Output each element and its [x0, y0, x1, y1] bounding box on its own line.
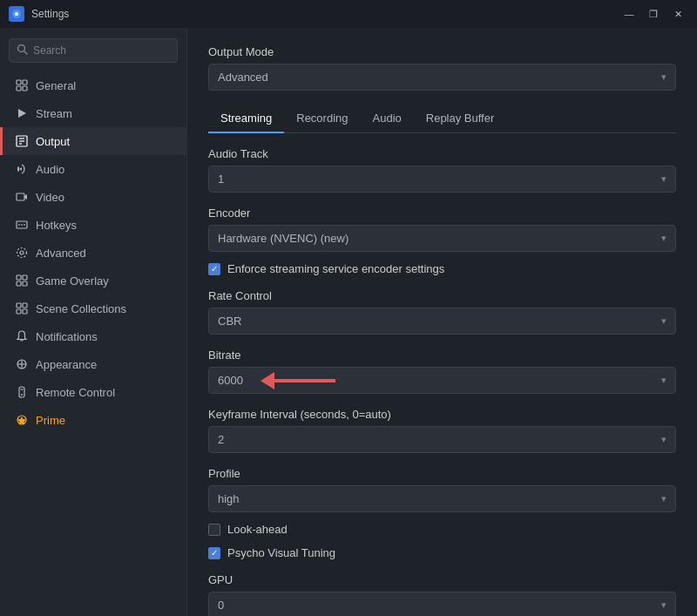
audio-track-chevron: ▾: [661, 173, 667, 185]
window-controls: — ❐ ✕: [619, 5, 688, 23]
svg-point-19: [20, 251, 24, 254]
sidebar-item-advanced-label: Advanced: [36, 247, 86, 260]
svg-rect-5: [23, 80, 27, 85]
minimize-button[interactable]: —: [619, 5, 639, 23]
psycho-row: ✓ Psycho Visual Tuning: [208, 546, 676, 559]
audio-track-value: 1: [218, 173, 224, 186]
video-icon: [15, 190, 29, 204]
svg-marker-8: [18, 109, 26, 118]
arrow-head: [261, 372, 274, 389]
sidebar-item-hotkeys[interactable]: Hotkeys: [0, 211, 186, 239]
svg-point-20: [17, 248, 27, 258]
svg-rect-7: [23, 86, 27, 91]
advanced-icon: [15, 246, 29, 260]
output-mode-select[interactable]: Advanced ▾: [208, 64, 676, 91]
tab-streaming[interactable]: Streaming: [208, 105, 284, 133]
svg-rect-21: [17, 275, 21, 280]
sidebar-item-appearance-label: Appearance: [36, 358, 97, 371]
svg-rect-30: [19, 387, 24, 397]
svg-rect-27: [17, 309, 21, 314]
close-button[interactable]: ✕: [667, 5, 688, 23]
sidebar-item-notifications[interactable]: Notifications: [0, 322, 186, 350]
sidebar-item-appearance[interactable]: Appearance: [0, 350, 186, 378]
sidebar-item-game-overlay[interactable]: Game Overlay: [0, 267, 186, 294]
scene-collections-icon: [15, 301, 29, 315]
rate-control-label: Rate Control: [208, 289, 676, 302]
svg-point-31: [21, 394, 23, 396]
sidebar-item-general[interactable]: General: [0, 71, 186, 99]
sidebar-item-remote-control-label: Remote Control: [36, 386, 115, 399]
sidebar-item-audio[interactable]: Audio: [0, 155, 186, 183]
keyframe-select[interactable]: 2 ▾: [208, 426, 676, 453]
audio-icon: [15, 162, 29, 176]
profile-label: Profile: [208, 467, 676, 480]
audio-track-select[interactable]: 1 ▾: [208, 166, 676, 193]
rate-control-value: CBR: [218, 315, 241, 328]
enforce-label: Enforce streaming service encoder settin…: [227, 262, 444, 275]
svg-rect-13: [17, 193, 24, 200]
bitrate-label: Bitrate: [208, 349, 676, 362]
enforce-checkbox[interactable]: ✓: [208, 263, 220, 275]
search-box[interactable]: [9, 38, 178, 63]
tab-recording[interactable]: Recording: [284, 105, 360, 133]
sidebar-item-output-label: Output: [36, 135, 70, 148]
arrow-annotation: [261, 372, 335, 389]
sidebar-item-advanced[interactable]: Advanced: [0, 239, 186, 267]
sidebar-item-game-overlay-label: Game Overlay: [36, 274, 109, 288]
psycho-checkbox[interactable]: ✓: [208, 547, 220, 559]
profile-select[interactable]: high ▾: [208, 485, 676, 512]
sidebar-item-remote-control[interactable]: Remote Control: [0, 378, 186, 406]
sidebar-item-output[interactable]: Output: [0, 127, 186, 155]
app-icon: [9, 6, 24, 22]
prime-icon: [15, 413, 29, 427]
look-ahead-label: Look-ahead: [227, 523, 288, 536]
game-overlay-icon: [15, 274, 29, 288]
remote-control-icon: [15, 385, 29, 399]
sidebar-item-prime[interactable]: Prime: [0, 406, 186, 434]
sidebar-item-scene-collections-label: Scene Collections: [36, 302, 126, 315]
sidebar: General Stream Output: [0, 28, 187, 616]
encoder-label: Encoder: [208, 206, 676, 220]
content-area: Output Mode Advanced ▾ Streaming Recordi…: [187, 28, 697, 616]
svg-rect-24: [23, 281, 27, 286]
profile-value: high: [218, 492, 240, 505]
tab-replay-buffer[interactable]: Replay Buffer: [414, 105, 507, 133]
encoder-value: Hardware (NVENC) (new): [218, 232, 348, 245]
sidebar-item-stream[interactable]: Stream: [0, 99, 186, 127]
sidebar-item-video-label: Video: [36, 191, 64, 204]
output-mode-chevron: ▾: [661, 71, 667, 83]
psycho-label: Psycho Visual Tuning: [227, 546, 335, 559]
look-ahead-row: Look-ahead: [208, 523, 676, 536]
appearance-icon: [15, 357, 29, 371]
look-ahead-checkbox[interactable]: [208, 524, 220, 536]
encoder-chevron: ▾: [661, 233, 667, 244]
audio-track-label: Audio Track: [208, 147, 676, 160]
gpu-label: GPU: [208, 573, 676, 586]
enforce-row: ✓ Enforce streaming service encoder sett…: [208, 262, 676, 275]
arrow-body: [274, 379, 335, 382]
sidebar-item-stream-label: Stream: [36, 107, 72, 120]
tab-audio[interactable]: Audio: [361, 105, 414, 133]
output-mode-value: Advanced: [218, 71, 268, 84]
title-bar: Settings — ❐ ✕: [0, 0, 697, 28]
notifications-icon: [15, 329, 29, 343]
svg-rect-6: [17, 86, 21, 91]
sub-tabs: Streaming Recording Audio Replay Buffer: [208, 105, 676, 133]
rate-control-select[interactable]: CBR ▾: [208, 308, 676, 335]
sidebar-item-prime-label: Prime: [36, 414, 65, 427]
gpu-select[interactable]: 0 ▾: [208, 592, 676, 616]
stream-icon: [15, 106, 29, 120]
gpu-chevron: ▾: [661, 599, 667, 611]
sidebar-item-notifications-label: Notifications: [36, 330, 98, 343]
sidebar-item-video[interactable]: Video: [0, 183, 186, 211]
general-icon: [15, 78, 29, 92]
encoder-select[interactable]: Hardware (NVENC) (new) ▾: [208, 225, 676, 252]
maximize-button[interactable]: ❐: [643, 5, 664, 23]
keyframe-chevron: ▾: [661, 434, 667, 445]
svg-line-3: [24, 51, 28, 55]
sidebar-item-scene-collections[interactable]: Scene Collections: [0, 294, 186, 322]
search-input[interactable]: [33, 44, 170, 57]
bitrate-container: 6000 ▾: [208, 367, 676, 394]
profile-chevron: ▾: [661, 493, 667, 504]
svg-rect-25: [17, 303, 21, 308]
